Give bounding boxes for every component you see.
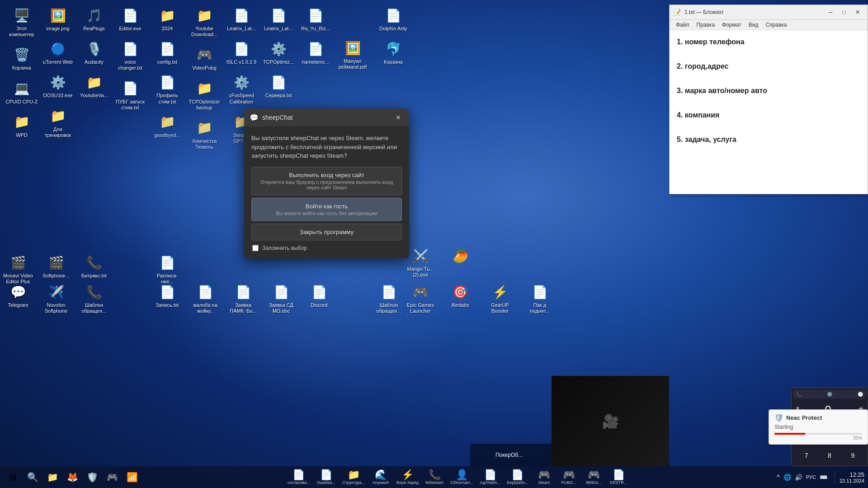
dialog-title-text: sheepChat xyxy=(262,114,389,121)
neac-percent: 35% xyxy=(774,436,862,441)
phone-header-time: 🕐 xyxy=(858,392,863,397)
desktop: 🖥️ Этот компьютер 🗑️ Корзина 💻 CPUID CPU… xyxy=(0,0,868,488)
dialog-overlay: 💬 sheepChat ✕ Вы запустили sheepChat не … xyxy=(0,0,868,488)
dialog-message: Вы запустили sheepChat не через Steam, ж… xyxy=(251,134,402,160)
site-login-title: Выполнить вход через сайт xyxy=(257,172,396,178)
dialog-quit-btn[interactable]: Закрыть программу xyxy=(251,224,402,240)
phone-key-8[interactable]: 8 xyxy=(818,449,840,462)
neac-title: Neac Protect xyxy=(786,414,822,421)
dialog-remember: Запомнить выбор xyxy=(251,245,402,253)
guest-sub: Вы можете войти как гость без авторизаци… xyxy=(257,211,396,216)
neac-icon: 🛡️ xyxy=(774,413,783,422)
neac-panel: 🛡️ Neac Protect Starting 35% xyxy=(769,409,868,445)
phone-header-settings[interactable]: ⚙️ xyxy=(827,392,832,397)
phone-key-7[interactable]: 7 xyxy=(795,449,817,462)
phone-dialer-area: 🛡️ Neac Protect Starting 35% 📞 ⚙️ 🕐 * 0 … xyxy=(791,386,868,466)
phone-header: 📞 ⚙️ 🕐 xyxy=(793,390,866,399)
remember-checkbox[interactable] xyxy=(252,245,259,251)
dialog-body: Вы запустили sheepChat не через Steam, ж… xyxy=(244,127,409,258)
phone-key-9[interactable]: 9 xyxy=(842,449,864,462)
neac-progress-fill xyxy=(774,433,805,435)
sheepchat-dialog: 💬 sheepChat ✕ Вы запустили sheepChat не … xyxy=(244,108,409,258)
neac-header: 🛡️ Neac Protect xyxy=(774,413,862,422)
dialog-close-btn[interactable]: ✕ xyxy=(393,112,404,123)
phone-header-icon: 📞 xyxy=(796,392,802,397)
remember-label[interactable]: Запомнить выбор xyxy=(262,245,307,251)
neac-progress-bar-container xyxy=(774,433,862,435)
dialog-guest-btn[interactable]: Войти как гость Вы можете войти как гост… xyxy=(251,198,402,221)
dialog-title-icon: 💬 xyxy=(250,113,259,122)
neac-status: Starting xyxy=(774,424,862,430)
site-login-sub: Откроется ваш браузер с предложением вып… xyxy=(257,179,396,190)
dialog-site-login-btn[interactable]: Выполнить вход через сайт Откроется ваш … xyxy=(251,167,402,195)
dialog-titlebar: 💬 sheepChat ✕ xyxy=(244,108,409,127)
guest-title: Войти как гость xyxy=(257,203,396,210)
